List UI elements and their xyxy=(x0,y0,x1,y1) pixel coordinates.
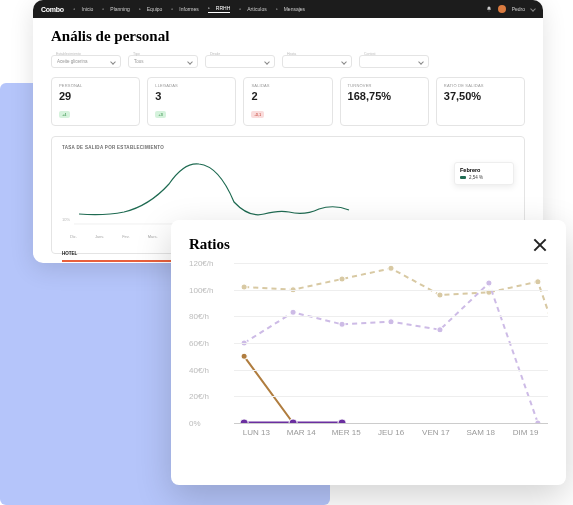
chart-point xyxy=(535,279,541,285)
tooltip-month: Febrero xyxy=(460,167,508,173)
nav-item-planning[interactable]: ▫Planning xyxy=(102,6,129,12)
tooltip-value: 2,54 % xyxy=(469,175,483,180)
chart-point xyxy=(290,309,296,315)
kpi-label: SALIDAS xyxy=(251,83,324,88)
y-tick-label: 0% xyxy=(189,419,201,428)
nav-icon: ▫ xyxy=(239,6,245,12)
x-tick-label: JEU 16 xyxy=(369,428,414,437)
kpi-value: 37,50% xyxy=(444,90,517,102)
tooltip-swatch xyxy=(460,176,466,179)
kpi-row: PERSONAL29+4LLEGADAS3+3SALIDAS2-0,1TURNO… xyxy=(51,77,525,126)
filter-desde[interactable]: Desde xyxy=(205,55,275,68)
kpi-badge: -0,1 xyxy=(251,111,264,118)
x-tick-label: SAM 18 xyxy=(458,428,503,437)
x-tick-label: Dic. xyxy=(70,234,77,239)
x-tick-label: LUN 13 xyxy=(234,428,279,437)
nav-icon: ▫ xyxy=(102,6,108,12)
chart-line-series-lavender xyxy=(244,283,538,423)
y-tick-label: 120€/h xyxy=(189,259,213,268)
y-tick-label: 40€/h xyxy=(189,365,209,374)
grid-line xyxy=(234,370,548,371)
chevron-down-icon xyxy=(110,59,116,65)
filter-establecimiento[interactable]: EstablecimientoAceite glicerina xyxy=(51,55,121,68)
kpi-value: 168,75% xyxy=(348,90,421,102)
chart-point xyxy=(388,319,394,325)
kpi-card: LLEGADAS3+3 xyxy=(147,77,236,126)
nav-icon: ▫ xyxy=(171,6,177,12)
nav-icon: ▫ xyxy=(208,5,214,11)
grid-line xyxy=(234,343,548,344)
x-tick-label: Fev. xyxy=(122,234,129,239)
kpi-card: TURNOVER168,75% xyxy=(340,77,429,126)
bell-icon[interactable] xyxy=(486,6,492,12)
chevron-down-icon xyxy=(530,6,536,12)
chevron-down-icon xyxy=(187,59,193,65)
chart-point xyxy=(339,276,345,282)
x-tick-label: MAR 14 xyxy=(279,428,324,437)
modal-title: Ratios xyxy=(189,236,230,253)
kpi-badge: +3 xyxy=(155,111,166,118)
filter-hasta[interactable]: Hasta xyxy=(282,55,352,68)
filter-contrat[interactable]: Contrat xyxy=(359,55,429,68)
filter-row: EstablecimientoAceite glicerinaTipoTousD… xyxy=(51,55,525,68)
avatar[interactable] xyxy=(498,5,506,13)
chart-point xyxy=(388,265,394,271)
brand-logo: Combo xyxy=(41,6,64,13)
chart-point xyxy=(437,292,443,298)
y-tick-label: 20€/h xyxy=(189,392,209,401)
x-tick-label: MER 15 xyxy=(324,428,369,437)
kpi-label: PERSONAL xyxy=(59,83,132,88)
y-tick-label: 80€/h xyxy=(189,312,209,321)
ratios-modal: Ratios 120€/h100€/h80€/h60€/h40€/h20€/h0… xyxy=(171,220,566,485)
grid-line xyxy=(234,290,548,291)
y-tick-label: 100€/h xyxy=(189,285,213,294)
kpi-label: LLEGADAS xyxy=(155,83,228,88)
user-name[interactable]: Pedro xyxy=(512,6,525,12)
chart-title: TASA DE SALIDA POR ESTABLECIMIENTO xyxy=(62,145,514,150)
grid-line xyxy=(234,316,548,317)
nav-item-artículos[interactable]: ▫Artículos xyxy=(239,6,266,12)
nav-item-equipo[interactable]: ▫Equipo xyxy=(139,6,163,12)
chart-tooltip: Febrero 2,54 % xyxy=(454,162,514,185)
grid-line xyxy=(234,396,548,397)
kpi-value: 29 xyxy=(59,90,132,102)
chart-line-series-beige xyxy=(244,268,548,423)
nav-item-mensajes[interactable]: ▫Mensajes xyxy=(276,6,305,12)
chart-line-series-brown xyxy=(244,356,342,423)
x-tick-label: VEN 17 xyxy=(413,428,458,437)
kpi-value: 2 xyxy=(251,90,324,102)
chart-point xyxy=(437,327,443,333)
chevron-down-icon xyxy=(418,59,424,65)
nav-icon: ▫ xyxy=(276,6,282,12)
grid-line xyxy=(234,263,548,264)
x-tick-label: Janv. xyxy=(95,234,104,239)
y-tick-label: 10% xyxy=(62,217,70,222)
nav-item-informes[interactable]: ▫Informes xyxy=(171,6,198,12)
kpi-label: RATIO DE SALIDAS xyxy=(444,83,517,88)
nav-item-inicio[interactable]: ▫Inicio xyxy=(74,6,94,12)
kpi-card: PERSONAL29+4 xyxy=(51,77,140,126)
chevron-down-icon xyxy=(341,59,347,65)
chart-point xyxy=(486,280,492,286)
chart-point xyxy=(339,321,345,327)
filter-tipo[interactable]: TipoTous xyxy=(128,55,198,68)
kpi-card: RATIO DE SALIDAS37,50% xyxy=(436,77,525,126)
x-axis-line xyxy=(234,423,548,424)
nav-item-rrhh[interactable]: ▫RRHH xyxy=(208,5,230,13)
y-tick-label: 60€/h xyxy=(189,339,209,348)
close-icon[interactable] xyxy=(532,237,548,253)
kpi-badge: +4 xyxy=(59,111,70,118)
kpi-card: SALIDAS2-0,1 xyxy=(243,77,332,126)
chevron-down-icon xyxy=(264,59,270,65)
kpi-value: 3 xyxy=(155,90,228,102)
nav-icon: ▫ xyxy=(139,6,145,12)
page-title: Anális de personal xyxy=(51,28,525,45)
ratios-chart: 120€/h100€/h80€/h60€/h40€/h20€/h0% LUN 1… xyxy=(189,263,548,458)
x-tick-label: Mars. xyxy=(148,234,158,239)
nav-icon: ▫ xyxy=(74,6,80,12)
x-tick-label: DIM 19 xyxy=(503,428,548,437)
chart-point xyxy=(241,353,247,359)
kpi-label: TURNOVER xyxy=(348,83,421,88)
top-nav: Combo ▫Inicio▫Planning▫Equipo▫Informes▫R… xyxy=(33,0,543,18)
